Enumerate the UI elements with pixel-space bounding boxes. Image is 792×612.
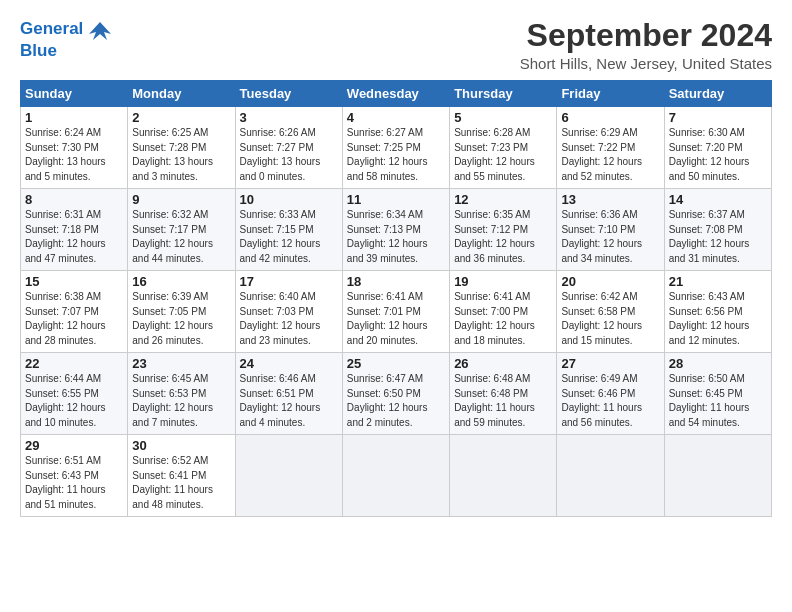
calendar-cell: 25Sunrise: 6:47 AMSunset: 6:50 PMDayligh… bbox=[342, 353, 449, 435]
day-number: 4 bbox=[347, 110, 445, 125]
day-info: Sunrise: 6:41 AMSunset: 7:00 PMDaylight:… bbox=[454, 290, 552, 348]
calendar-cell: 3Sunrise: 6:26 AMSunset: 7:27 PMDaylight… bbox=[235, 107, 342, 189]
calendar-cell: 13Sunrise: 6:36 AMSunset: 7:10 PMDayligh… bbox=[557, 189, 664, 271]
day-number: 2 bbox=[132, 110, 230, 125]
day-info: Sunrise: 6:28 AMSunset: 7:23 PMDaylight:… bbox=[454, 126, 552, 184]
day-number: 23 bbox=[132, 356, 230, 371]
calendar-cell: 17Sunrise: 6:40 AMSunset: 7:03 PMDayligh… bbox=[235, 271, 342, 353]
calendar-cell: 10Sunrise: 6:33 AMSunset: 7:15 PMDayligh… bbox=[235, 189, 342, 271]
col-monday: Monday bbox=[128, 81, 235, 107]
day-number: 9 bbox=[132, 192, 230, 207]
day-info: Sunrise: 6:42 AMSunset: 6:58 PMDaylight:… bbox=[561, 290, 659, 348]
day-number: 30 bbox=[132, 438, 230, 453]
title-block: September 2024 Short Hills, New Jersey, … bbox=[520, 18, 772, 72]
calendar-cell: 27Sunrise: 6:49 AMSunset: 6:46 PMDayligh… bbox=[557, 353, 664, 435]
calendar-cell: 7Sunrise: 6:30 AMSunset: 7:20 PMDaylight… bbox=[664, 107, 771, 189]
day-info: Sunrise: 6:24 AMSunset: 7:30 PMDaylight:… bbox=[25, 126, 123, 184]
calendar-page: General Blue September 2024 Short Hills,… bbox=[0, 0, 792, 612]
header-row: Sunday Monday Tuesday Wednesday Thursday… bbox=[21, 81, 772, 107]
day-number: 17 bbox=[240, 274, 338, 289]
day-info: Sunrise: 6:44 AMSunset: 6:55 PMDaylight:… bbox=[25, 372, 123, 430]
calendar-week-3: 15Sunrise: 6:38 AMSunset: 7:07 PMDayligh… bbox=[21, 271, 772, 353]
day-number: 25 bbox=[347, 356, 445, 371]
logo-general: General bbox=[20, 19, 83, 38]
day-info: Sunrise: 6:35 AMSunset: 7:12 PMDaylight:… bbox=[454, 208, 552, 266]
day-info: Sunrise: 6:50 AMSunset: 6:45 PMDaylight:… bbox=[669, 372, 767, 430]
day-info: Sunrise: 6:34 AMSunset: 7:13 PMDaylight:… bbox=[347, 208, 445, 266]
header: General Blue September 2024 Short Hills,… bbox=[20, 18, 772, 72]
calendar-cell bbox=[450, 435, 557, 517]
calendar-cell bbox=[342, 435, 449, 517]
day-number: 27 bbox=[561, 356, 659, 371]
calendar-cell: 22Sunrise: 6:44 AMSunset: 6:55 PMDayligh… bbox=[21, 353, 128, 435]
calendar-cell: 23Sunrise: 6:45 AMSunset: 6:53 PMDayligh… bbox=[128, 353, 235, 435]
calendar-cell: 5Sunrise: 6:28 AMSunset: 7:23 PMDaylight… bbox=[450, 107, 557, 189]
calendar-week-1: 1Sunrise: 6:24 AMSunset: 7:30 PMDaylight… bbox=[21, 107, 772, 189]
day-info: Sunrise: 6:38 AMSunset: 7:07 PMDaylight:… bbox=[25, 290, 123, 348]
calendar-cell: 2Sunrise: 6:25 AMSunset: 7:28 PMDaylight… bbox=[128, 107, 235, 189]
day-info: Sunrise: 6:45 AMSunset: 6:53 PMDaylight:… bbox=[132, 372, 230, 430]
day-number: 15 bbox=[25, 274, 123, 289]
calendar-cell: 18Sunrise: 6:41 AMSunset: 7:01 PMDayligh… bbox=[342, 271, 449, 353]
day-number: 21 bbox=[669, 274, 767, 289]
day-number: 11 bbox=[347, 192, 445, 207]
calendar-cell: 6Sunrise: 6:29 AMSunset: 7:22 PMDaylight… bbox=[557, 107, 664, 189]
day-info: Sunrise: 6:52 AMSunset: 6:41 PMDaylight:… bbox=[132, 454, 230, 512]
col-friday: Friday bbox=[557, 81, 664, 107]
svg-marker-0 bbox=[89, 22, 111, 40]
calendar-cell bbox=[235, 435, 342, 517]
day-number: 14 bbox=[669, 192, 767, 207]
logo: General Blue bbox=[20, 18, 111, 61]
col-sunday: Sunday bbox=[21, 81, 128, 107]
day-info: Sunrise: 6:31 AMSunset: 7:18 PMDaylight:… bbox=[25, 208, 123, 266]
day-number: 26 bbox=[454, 356, 552, 371]
day-number: 13 bbox=[561, 192, 659, 207]
calendar-table: Sunday Monday Tuesday Wednesday Thursday… bbox=[20, 80, 772, 517]
day-number: 7 bbox=[669, 110, 767, 125]
calendar-cell: 9Sunrise: 6:32 AMSunset: 7:17 PMDaylight… bbox=[128, 189, 235, 271]
day-number: 29 bbox=[25, 438, 123, 453]
calendar-week-5: 29Sunrise: 6:51 AMSunset: 6:43 PMDayligh… bbox=[21, 435, 772, 517]
calendar-cell: 21Sunrise: 6:43 AMSunset: 6:56 PMDayligh… bbox=[664, 271, 771, 353]
day-number: 20 bbox=[561, 274, 659, 289]
day-info: Sunrise: 6:46 AMSunset: 6:51 PMDaylight:… bbox=[240, 372, 338, 430]
calendar-cell: 1Sunrise: 6:24 AMSunset: 7:30 PMDaylight… bbox=[21, 107, 128, 189]
day-number: 10 bbox=[240, 192, 338, 207]
calendar-title: September 2024 bbox=[520, 18, 772, 53]
col-wednesday: Wednesday bbox=[342, 81, 449, 107]
day-info: Sunrise: 6:30 AMSunset: 7:20 PMDaylight:… bbox=[669, 126, 767, 184]
calendar-cell: 29Sunrise: 6:51 AMSunset: 6:43 PMDayligh… bbox=[21, 435, 128, 517]
day-info: Sunrise: 6:47 AMSunset: 6:50 PMDaylight:… bbox=[347, 372, 445, 430]
day-info: Sunrise: 6:26 AMSunset: 7:27 PMDaylight:… bbox=[240, 126, 338, 184]
day-number: 6 bbox=[561, 110, 659, 125]
day-number: 24 bbox=[240, 356, 338, 371]
day-number: 1 bbox=[25, 110, 123, 125]
col-thursday: Thursday bbox=[450, 81, 557, 107]
day-info: Sunrise: 6:48 AMSunset: 6:48 PMDaylight:… bbox=[454, 372, 552, 430]
day-info: Sunrise: 6:33 AMSunset: 7:15 PMDaylight:… bbox=[240, 208, 338, 266]
calendar-cell bbox=[557, 435, 664, 517]
day-info: Sunrise: 6:32 AMSunset: 7:17 PMDaylight:… bbox=[132, 208, 230, 266]
day-info: Sunrise: 6:39 AMSunset: 7:05 PMDaylight:… bbox=[132, 290, 230, 348]
day-number: 3 bbox=[240, 110, 338, 125]
day-info: Sunrise: 6:37 AMSunset: 7:08 PMDaylight:… bbox=[669, 208, 767, 266]
calendar-cell: 11Sunrise: 6:34 AMSunset: 7:13 PMDayligh… bbox=[342, 189, 449, 271]
day-number: 22 bbox=[25, 356, 123, 371]
calendar-cell: 15Sunrise: 6:38 AMSunset: 7:07 PMDayligh… bbox=[21, 271, 128, 353]
col-tuesday: Tuesday bbox=[235, 81, 342, 107]
day-number: 5 bbox=[454, 110, 552, 125]
day-number: 18 bbox=[347, 274, 445, 289]
col-saturday: Saturday bbox=[664, 81, 771, 107]
calendar-cell: 14Sunrise: 6:37 AMSunset: 7:08 PMDayligh… bbox=[664, 189, 771, 271]
calendar-cell: 20Sunrise: 6:42 AMSunset: 6:58 PMDayligh… bbox=[557, 271, 664, 353]
calendar-week-2: 8Sunrise: 6:31 AMSunset: 7:18 PMDaylight… bbox=[21, 189, 772, 271]
day-number: 12 bbox=[454, 192, 552, 207]
calendar-cell bbox=[664, 435, 771, 517]
calendar-cell: 30Sunrise: 6:52 AMSunset: 6:41 PMDayligh… bbox=[128, 435, 235, 517]
calendar-cell: 24Sunrise: 6:46 AMSunset: 6:51 PMDayligh… bbox=[235, 353, 342, 435]
day-number: 16 bbox=[132, 274, 230, 289]
calendar-subtitle: Short Hills, New Jersey, United States bbox=[520, 55, 772, 72]
day-number: 19 bbox=[454, 274, 552, 289]
calendar-cell: 28Sunrise: 6:50 AMSunset: 6:45 PMDayligh… bbox=[664, 353, 771, 435]
logo-blue: Blue bbox=[20, 42, 111, 61]
